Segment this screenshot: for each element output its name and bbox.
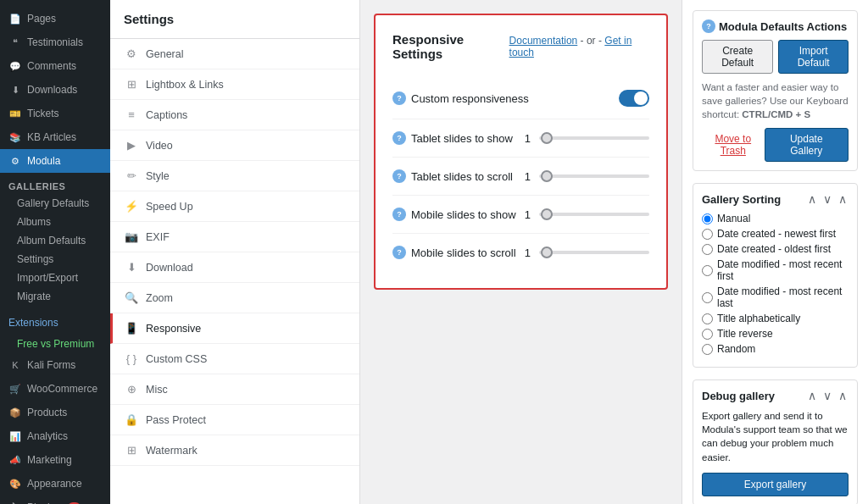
sorting-down-button[interactable]: ∨	[821, 192, 833, 206]
settings-item-download[interactable]: ⬇ Download	[110, 252, 359, 283]
products-icon: 📦	[8, 407, 22, 418]
sorting-up-button[interactable]: ∧	[806, 192, 818, 206]
download-icon: ⬇	[124, 261, 139, 274]
help-badge-tablet-scroll[interactable]: ?	[392, 169, 406, 183]
sort-option-modified-recent[interactable]: Date modified - most recent first	[702, 258, 849, 282]
sidebar-item-comments[interactable]: 💬 Comments	[0, 54, 110, 78]
appearance-icon: 🎨	[8, 479, 22, 490]
sidebar-sub-free-premium[interactable]: Free vs Premium	[0, 335, 110, 353]
tablet-slides-show-thumb[interactable]	[541, 132, 553, 144]
debug-actions: ∧ ∨ ∧	[806, 389, 849, 402]
settings-item-video[interactable]: ▶ Video	[110, 130, 359, 161]
debug-gallery-section: Debug gallery ∧ ∨ ∧ Export gallery and s…	[693, 379, 858, 504]
captions-icon: ≡	[124, 108, 139, 121]
sort-option-date-newest[interactable]: Date created - newest first	[702, 228, 849, 240]
sidebar-sub-gallery-defaults[interactable]: Gallery Defaults	[0, 194, 110, 213]
mobile-slides-show-control: 1	[518, 208, 649, 221]
sort-option-random[interactable]: Random	[702, 343, 849, 355]
documentation-link[interactable]: Documentation	[509, 35, 578, 47]
sort-option-title-reverse[interactable]: Title reverse	[702, 328, 849, 340]
or-separator: - or -	[581, 35, 602, 47]
settings-item-lightbox[interactable]: ⊞ Lightbox & Links	[110, 69, 359, 100]
responsive-settings-header: Responsive Settings Documentation - or -…	[392, 32, 649, 61]
sidebar-item-testimonials[interactable]: ❝ Testimonials	[0, 30, 110, 54]
sorting-collapse-button[interactable]: ∧	[837, 192, 849, 206]
settings-panel: Settings ⚙ General ⊞ Lightbox & Links ≡ …	[110, 0, 360, 504]
settings-item-style[interactable]: ✏ Style	[110, 161, 359, 191]
tickets-icon: 🎫	[8, 108, 22, 119]
sidebar-item-products[interactable]: 📦 Products	[0, 401, 110, 424]
settings-item-speed-up[interactable]: ⚡ Speed Up	[110, 191, 359, 222]
sidebar-item-analytics[interactable]: 📊 Analytics	[0, 424, 110, 448]
responsive-settings-links: Documentation - or - Get in touch	[509, 35, 649, 58]
trash-update-row: Move to Trash Update Gallery	[702, 128, 849, 162]
update-gallery-button[interactable]: Update Gallery	[765, 128, 849, 162]
settings-item-zoom[interactable]: 🔍 Zoom	[110, 283, 359, 313]
debug-collapse-button[interactable]: ∧	[837, 389, 849, 402]
tablet-slides-show-value: 1	[518, 132, 531, 145]
exif-icon: 📷	[124, 230, 139, 243]
settings-item-exif[interactable]: 📷 EXIF	[110, 222, 359, 252]
mobile-slides-scroll-thumb[interactable]	[541, 246, 553, 258]
sidebar-item-downloads[interactable]: ⬇ Downloads	[0, 78, 110, 102]
row-label-tablet-slides-show: ? Tablet slides to show	[392, 131, 518, 145]
sidebar-item-appearance[interactable]: 🎨 Appearance	[0, 472, 110, 496]
gallery-sorting-title: Gallery Sorting ∧ ∨ ∧	[702, 192, 849, 206]
help-badge-mobile-show[interactable]: ?	[392, 208, 406, 221]
responsive-settings-title: Responsive Settings	[392, 32, 509, 61]
sidebar-item-extensions[interactable]: Extensions	[0, 311, 110, 335]
sort-option-date-oldest[interactable]: Date created - oldest first	[702, 243, 849, 255]
help-badge-mobile-scroll[interactable]: ?	[392, 246, 406, 259]
settings-item-pass-protect[interactable]: 🔒 Pass Protect	[110, 405, 359, 435]
debug-up-button[interactable]: ∧	[806, 389, 818, 402]
tablet-slides-show-control: 1	[518, 132, 649, 145]
zoom-icon: 🔍	[124, 291, 139, 304]
sort-option-modified-last[interactable]: Date modified - most recent last	[702, 285, 849, 309]
sidebar-sub-settings[interactable]: Settings	[0, 250, 110, 269]
sidebar-item-plugins[interactable]: 🔌 Plugins 2	[0, 496, 110, 504]
settings-item-custom-css[interactable]: { } Custom CSS	[110, 344, 359, 374]
row-custom-responsiveness: ? Custom responsiveness	[392, 78, 649, 119]
sidebar-sub-album-defaults[interactable]: Album Defaults	[0, 231, 110, 250]
galleries-section-header: Galleries	[0, 173, 110, 194]
sidebar-item-kali-forms[interactable]: K Kali Forms	[0, 353, 110, 377]
help-badge-custom[interactable]: ?	[392, 91, 406, 105]
marketing-icon: 📣	[8, 455, 22, 466]
import-default-button[interactable]: Import Default	[778, 40, 849, 74]
tablet-slides-scroll-thumb[interactable]	[541, 170, 553, 182]
row-label-mobile-slides-scroll: ? Mobile slides to scroll	[392, 246, 518, 259]
mobile-slides-scroll-control: 1	[518, 246, 649, 259]
create-default-button[interactable]: Create Default	[702, 40, 773, 74]
settings-item-captions[interactable]: ≡ Captions	[110, 100, 359, 130]
sidebar-item-pages[interactable]: 📄 Pages	[0, 7, 110, 30]
responsive-icon: 📱	[124, 322, 139, 335]
settings-item-general[interactable]: ⚙ General	[110, 39, 359, 69]
speed-up-icon: ⚡	[124, 200, 139, 213]
debug-down-button[interactable]: ∨	[821, 389, 833, 402]
export-gallery-button[interactable]: Export gallery	[702, 473, 849, 496]
modula-defaults-help[interactable]: ?	[702, 19, 715, 33]
sort-option-manual[interactable]: Manual	[702, 213, 849, 224]
sort-option-title-alpha[interactable]: Title alphabetically	[702, 313, 849, 324]
custom-responsiveness-toggle[interactable]	[619, 90, 649, 107]
sidebar-sub-albums[interactable]: Albums	[0, 213, 110, 231]
mobile-slides-show-value: 1	[518, 208, 531, 221]
mobile-slides-show-thumb[interactable]	[541, 208, 553, 220]
sidebar-sub-migrate[interactable]: Migrate	[0, 287, 110, 306]
sidebar-item-kb-articles[interactable]: 📚 KB Articles	[0, 125, 110, 149]
settings-item-misc[interactable]: ⊕ Misc	[110, 374, 359, 405]
sidebar-item-marketing[interactable]: 📣 Marketing	[0, 448, 110, 472]
modula-icon: ⚙	[8, 156, 22, 167]
sidebar-item-woocommerce[interactable]: 🛒 WooCommerce	[0, 377, 110, 401]
move-to-trash-button[interactable]: Move to Trash	[702, 133, 765, 157]
settings-item-watermark[interactable]: ⊞ Watermark	[110, 435, 359, 466]
row-label-tablet-slides-scroll: ? Tablet slides to scroll	[392, 169, 518, 183]
help-badge-tablet-show[interactable]: ?	[392, 131, 406, 145]
row-label-mobile-slides-show: ? Mobile slides to show	[392, 208, 518, 221]
debug-gallery-title: Debug gallery ∧ ∨ ∧	[702, 389, 849, 402]
sidebar-item-tickets[interactable]: 🎫 Tickets	[0, 102, 110, 125]
sidebar-sub-import-export[interactable]: Import/Export	[0, 269, 110, 287]
comments-icon: 💬	[8, 61, 22, 72]
settings-item-responsive[interactable]: 📱 Responsive	[110, 313, 359, 344]
sidebar-item-modula[interactable]: ⚙ Modula	[0, 149, 110, 173]
